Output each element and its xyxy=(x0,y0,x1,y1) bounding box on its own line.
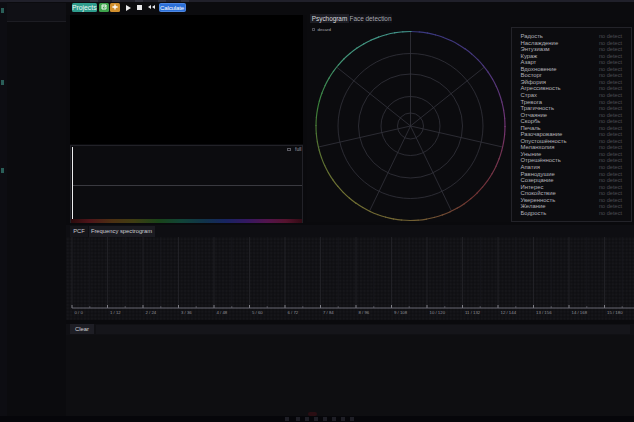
svg-text:12 / 144: 12 / 144 xyxy=(501,310,517,315)
svg-text:14 / 168: 14 / 168 xyxy=(572,310,588,315)
svg-text:5 / 60: 5 / 60 xyxy=(252,310,263,315)
svg-text:2 / 24: 2 / 24 xyxy=(146,310,157,315)
svg-text:15 / 180: 15 / 180 xyxy=(607,310,623,315)
svg-text:3 / 36: 3 / 36 xyxy=(181,310,192,315)
svg-text:1 / 12: 1 / 12 xyxy=(110,310,121,315)
svg-text:9 / 108: 9 / 108 xyxy=(394,310,408,315)
svg-text:0 / 0: 0 / 0 xyxy=(75,310,84,315)
svg-text:8 / 96: 8 / 96 xyxy=(359,310,370,315)
svg-text:13 / 156: 13 / 156 xyxy=(536,310,552,315)
svg-text:6 / 72: 6 / 72 xyxy=(288,310,299,315)
svg-text:11 / 132: 11 / 132 xyxy=(465,310,481,315)
svg-text:4 / 48: 4 / 48 xyxy=(217,310,228,315)
svg-text:10 / 120: 10 / 120 xyxy=(430,310,446,315)
svg-text:7 / 84: 7 / 84 xyxy=(323,310,334,315)
